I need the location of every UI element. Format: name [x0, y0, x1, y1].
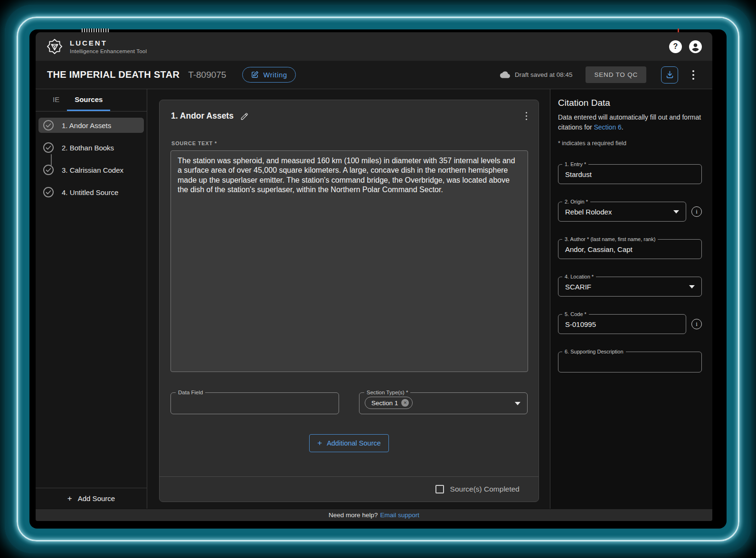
sidebar-item-bothan-books[interactable]: 2. Bothan Books	[38, 140, 144, 155]
code-label: 5. Code *	[562, 311, 589, 317]
supporting-description-field-row: 6. Supporting Description	[558, 352, 702, 372]
section-6-link[interactable]: Section 6	[594, 123, 621, 131]
card-header: 1. Andor Assets	[160, 100, 539, 122]
additional-source-label: Additional Source	[327, 439, 381, 447]
content-area: IE Sources 1. Andor Assets 2. Bot	[36, 89, 712, 509]
sources-sidebar: IE Sources 1. Andor Assets 2. Bot	[36, 89, 147, 509]
source-item-label: 1. Andor Assets	[62, 121, 111, 130]
location-field-row: 4. Location * SCARIF	[558, 277, 702, 297]
section-chip[interactable]: Section 1 ✕	[365, 397, 413, 409]
origin-label: 2. Origin *	[562, 199, 590, 205]
account-icon[interactable]	[689, 40, 702, 53]
chevron-down-icon[interactable]	[515, 402, 520, 405]
source-connector-line	[51, 154, 52, 167]
origin-field-row: 2. Origin * Rebel Rolodex i	[558, 202, 702, 222]
source-item-label: 2. Bothan Books	[62, 144, 114, 152]
brand-subtitle: Intelligence Enhancement Tool	[70, 48, 147, 54]
main-column: 1. Andor Assets SOURCE TEXT * The statio…	[147, 89, 550, 509]
additional-source-button[interactable]: + Additional Source	[309, 434, 389, 452]
check-circle-icon	[43, 187, 54, 197]
screenshot-stage: LUCENT Intelligence Enhancement Tool ? T…	[0, 0, 756, 558]
section-chip-label: Section 1	[371, 400, 398, 407]
code-info-icon[interactable]: i	[691, 319, 702, 329]
brand-name: LUCENT	[70, 39, 147, 47]
section-types-select[interactable]: Section Type(s) * Section 1 ✕	[359, 392, 528, 414]
document-id: T-809075	[188, 70, 226, 80]
citation-description-text: Data entered will automatically fill out…	[558, 113, 701, 131]
source-text-label: SOURCE TEXT *	[171, 140, 539, 146]
supporting-description-label: 6. Supporting Description	[562, 349, 626, 354]
document-title: THE IMPERIAL DEATH STAR	[47, 69, 180, 80]
plus-icon: +	[317, 438, 322, 448]
tab-ie[interactable]: IE	[45, 89, 67, 111]
origin-info-icon[interactable]: i	[691, 206, 702, 217]
author-label: 3. Author * (last name, first name, rank…	[562, 236, 658, 242]
card-kebab-menu-icon[interactable]	[526, 115, 528, 117]
app-window: LUCENT Intelligence Enhancement Tool ? T…	[36, 32, 712, 521]
author-input[interactable]: 3. Author * (last name, first name, rank…	[558, 239, 702, 259]
author-field-row: 3. Author * (last name, first name, rank…	[558, 239, 702, 259]
card-title: 1. Andor Assets	[171, 111, 234, 121]
entry-label: 1. Entry *	[562, 161, 588, 167]
draft-status-text: Draft saved at 08:45	[515, 71, 573, 78]
help-icon[interactable]: ?	[669, 40, 682, 53]
data-field-label: Data Field	[176, 390, 205, 395]
send-to-qc-button[interactable]: SEND TO QC	[586, 66, 646, 83]
chip-remove-icon[interactable]: ✕	[401, 399, 409, 407]
data-field-input[interactable]: Data Field	[170, 392, 339, 414]
pencil-icon	[240, 112, 249, 121]
check-circle-icon	[43, 120, 54, 130]
location-label: 4. Location *	[562, 274, 596, 279]
sidebar-item-untitled-source[interactable]: 4. Untitled Source	[38, 185, 144, 200]
app-bar: LUCENT Intelligence Enhancement Tool ?	[36, 32, 712, 61]
download-icon	[665, 70, 674, 79]
code-field-row: 5. Code * S-010995 i	[558, 314, 702, 334]
draft-status: Draft saved at 08:45	[500, 70, 573, 80]
sidebar-tabs: IE Sources	[36, 89, 147, 112]
location-select[interactable]: 4. Location * SCARIF	[558, 277, 702, 297]
source-editor-card: 1. Andor Assets SOURCE TEXT * The statio…	[159, 100, 539, 502]
check-circle-icon	[43, 142, 54, 153]
citation-panel: Citation Data Data entered will automati…	[550, 89, 712, 509]
citation-title: Citation Data	[558, 98, 702, 108]
sidebar-item-andor-assets[interactable]: 1. Andor Assets	[38, 118, 144, 133]
entry-input[interactable]: 1. Entry * Stardust	[558, 164, 702, 184]
rename-source-button[interactable]	[240, 112, 249, 121]
email-support-link[interactable]: Email support	[380, 512, 420, 519]
sidebar-item-calrissian-codex[interactable]: 3. Calrissian Codex	[38, 162, 144, 177]
writing-label: Writing	[263, 71, 287, 79]
check-circle-icon	[43, 165, 54, 175]
section-types-label: Section Type(s) *	[364, 390, 410, 395]
plus-icon: +	[67, 494, 72, 503]
lucent-logo-icon	[46, 38, 63, 55]
origin-select[interactable]: 2. Origin * Rebel Rolodex	[558, 202, 686, 222]
edit-square-icon	[251, 71, 259, 79]
citation-description: Data entered will automatically fill out…	[558, 112, 702, 132]
chevron-down-icon[interactable]	[673, 210, 679, 214]
document-header: THE IMPERIAL DEATH STAR T-809075 Writing…	[36, 61, 712, 89]
add-source-button[interactable]: + Add Source	[36, 488, 147, 509]
person-icon	[689, 40, 702, 53]
brand-block: LUCENT Intelligence Enhancement Tool	[70, 39, 147, 54]
entry-field-row: 1. Entry * Stardust	[558, 164, 702, 184]
cloud-icon	[500, 70, 510, 80]
download-button[interactable]	[661, 66, 678, 84]
chevron-down-icon[interactable]	[689, 285, 695, 288]
card-footer: Source(s) Completed	[160, 476, 539, 502]
source-item-label: 4. Untitled Source	[62, 188, 118, 196]
source-text-input[interactable]: The station was spheroid, and measured 1…	[170, 150, 528, 372]
sources-completed-label: Source(s) Completed	[450, 485, 520, 493]
card-fields-row: Data Field Section Type(s) * Section 1 ✕	[170, 392, 528, 414]
source-item-label: 3. Calrissian Codex	[62, 166, 123, 174]
tab-sources[interactable]: Sources	[67, 89, 110, 111]
help-footer: Need more help? Email support	[36, 509, 712, 521]
header-kebab-menu-icon[interactable]	[692, 74, 694, 76]
help-footer-text: Need more help?	[329, 512, 378, 519]
supporting-description-input[interactable]: 6. Supporting Description	[558, 352, 702, 372]
code-input[interactable]: 5. Code * S-010995	[558, 314, 686, 334]
sources-completed-checkbox[interactable]	[435, 485, 444, 493]
writing-status-button[interactable]: Writing	[242, 67, 295, 83]
citation-description-suffix: .	[622, 123, 624, 131]
source-list: 1. Andor Assets 2. Bothan Books 3. Calri…	[36, 112, 147, 207]
add-source-label: Add Source	[78, 494, 115, 502]
